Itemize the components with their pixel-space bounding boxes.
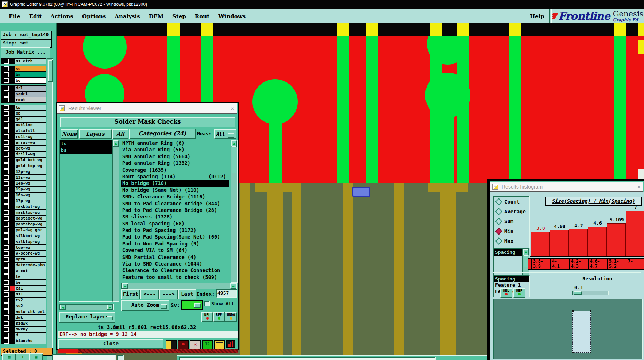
layer-checkbox[interactable] xyxy=(4,298,9,303)
bottom-checkbox[interactable] xyxy=(117,355,124,360)
layer-row[interactable]: pastebot-wg xyxy=(1,216,46,221)
layer-checkbox[interactable] xyxy=(4,152,9,157)
ref-button[interactable]: REF xyxy=(213,312,225,322)
category-row[interactable]: Pad to Pad Spacing (1172) xyxy=(121,227,229,233)
layer-row[interactable]: auto_chk_pnl xyxy=(1,309,46,315)
layer-row[interactable]: bot-wg xyxy=(1,146,46,151)
layer-checkbox[interactable] xyxy=(4,78,9,83)
layers-toggle-icon[interactable] xyxy=(166,340,177,349)
layer-checkbox[interactable] xyxy=(4,140,9,145)
bottom-command-field[interactable] xyxy=(179,357,436,360)
next-button[interactable]: ---> xyxy=(159,289,178,299)
show-all-option[interactable]: Show All xyxy=(204,301,234,306)
feature-item[interactable]: Spacing xyxy=(494,276,529,282)
measure-item[interactable]: Spacing xyxy=(494,249,523,256)
layer-row[interactable]: 15p-wg xyxy=(1,186,46,192)
layer-row[interactable]: masktop-wg xyxy=(1,210,46,216)
job-matrix-button[interactable]: Job Matrix ... xyxy=(1,47,50,58)
layer-checkbox[interactable] xyxy=(4,233,9,239)
results-viewer-titlebar[interactable]: ✕ Results viewer ✕ xyxy=(57,103,237,114)
layer-checkbox[interactable] xyxy=(4,309,9,314)
none-button[interactable]: None xyxy=(61,129,78,139)
scroll-left-icon[interactable]: ◄ xyxy=(122,283,128,289)
last-button[interactable]: Last xyxy=(178,289,196,299)
layer-row[interactable]: gd1 xyxy=(1,116,46,122)
layer-row[interactable]: szdrl xyxy=(1,91,46,97)
layer-checkbox[interactable] xyxy=(4,216,9,221)
layer-checkbox[interactable] xyxy=(4,187,9,192)
category-scrollbar[interactable]: ▲ xyxy=(231,140,238,283)
viewer-layer-scrollbar[interactable]: ▲ xyxy=(112,140,119,302)
category-row[interactable]: SM local spacing (68) xyxy=(121,220,229,227)
undo-button[interactable]: UNDO xyxy=(225,312,237,322)
layer-checkbox[interactable] xyxy=(4,66,9,71)
layer-checkbox[interactable] xyxy=(4,117,9,122)
viewer-layer-item[interactable]: ts xyxy=(60,140,113,147)
category-row[interactable]: Pad annular Ring (1332) xyxy=(121,160,229,166)
layer-list-scrollbar[interactable] xyxy=(47,58,53,360)
layer-row[interactable]: silkbot-wg xyxy=(1,233,46,239)
layer-checkbox[interactable] xyxy=(4,315,9,320)
layer-row[interactable]: bo xyxy=(1,78,46,84)
layer-row[interactable]: vliafill xyxy=(1,128,46,134)
layer-checkbox[interactable] xyxy=(4,286,9,291)
layer-checkbox[interactable] xyxy=(4,292,9,297)
menu-item[interactable]: Step xyxy=(172,12,186,21)
layer-row[interactable]: top-wg xyxy=(1,245,46,251)
viewer-layer-item[interactable]: bs xyxy=(60,147,113,154)
measure-12-icon[interactable]: 12 xyxy=(202,340,213,349)
category-row[interactable]: NPTH annular Ring (8) xyxy=(121,140,229,146)
replace-layers-dropdown[interactable]: Replace layers xyxy=(59,312,115,323)
layer-checkbox[interactable] xyxy=(4,303,9,309)
menu-item[interactable]: File xyxy=(9,12,20,21)
hist-ref-button[interactable]: REF xyxy=(513,288,525,298)
layer-row[interactable]: szdwk xyxy=(1,321,46,326)
layer-row[interactable]: outline xyxy=(1,122,46,128)
menu-item[interactable]: Actions xyxy=(50,12,73,21)
layer-row[interactable]: datecode-pbo xyxy=(1,262,46,268)
scroll-right-icon[interactable]: ► xyxy=(107,305,113,310)
layer-row[interactable]: tp xyxy=(1,105,46,111)
layer-checkbox[interactable] xyxy=(4,193,9,198)
layer-checkbox[interactable] xyxy=(4,158,9,163)
layer-checkbox[interactable] xyxy=(4,263,9,268)
scrollbar-thumb[interactable] xyxy=(48,60,53,82)
list-icon[interactable] xyxy=(214,340,225,349)
layer-row[interactable]: ss2 xyxy=(1,303,46,309)
layer-row[interactable]: gold_bot-wg xyxy=(1,157,46,163)
layer-row[interactable]: dwkby xyxy=(1,326,46,332)
category-row[interactable]: Feature too small to check (509) xyxy=(121,274,229,280)
meas-dropdown[interactable]: All xyxy=(214,129,236,139)
hist-del-button[interactable]: DEL xyxy=(500,288,512,298)
first-button[interactable]: First xyxy=(121,289,140,299)
stat-option[interactable]: Average xyxy=(494,206,529,216)
scroll-up-icon[interactable]: ▲ xyxy=(523,249,529,255)
layer-row[interactable]: gold_top-wg xyxy=(1,163,46,169)
layer-checkbox[interactable] xyxy=(4,128,9,133)
stat-option[interactable]: Count xyxy=(494,197,529,206)
layer-checkbox[interactable] xyxy=(4,204,9,209)
layer-checkbox[interactable] xyxy=(4,338,9,344)
resolution-slider[interactable] xyxy=(572,291,609,295)
layer-checkbox[interactable] xyxy=(4,210,9,215)
index-field[interactable]: 4957 xyxy=(216,289,237,298)
menu-item[interactable]: Options xyxy=(82,12,106,21)
toolbar-button-window-icon[interactable]: ▣ xyxy=(29,353,43,360)
category-hscrollbar[interactable]: ◄ ► xyxy=(121,283,237,289)
layer-checkbox[interactable] xyxy=(4,280,9,285)
layer-row[interactable]: ss1 xyxy=(1,291,46,297)
scrollbar-thumb[interactable] xyxy=(232,146,236,173)
layer-row[interactable]: te xyxy=(1,274,46,280)
layer-checkbox[interactable] xyxy=(4,251,9,256)
layer-row[interactable]: 12p-wg xyxy=(1,169,46,175)
layer-row[interactable]: drl xyxy=(1,85,46,91)
layer-row[interactable]: cs1 xyxy=(1,286,46,291)
layer-checkbox[interactable] xyxy=(4,163,9,169)
scroll-left-icon[interactable]: ◄ xyxy=(60,305,66,310)
layer-row[interactable]: v-cut xyxy=(1,268,46,274)
layer-row[interactable]: 16s-wg xyxy=(1,192,46,198)
viewer-layer-list[interactable]: tsbs xyxy=(59,140,114,302)
layer-row[interactable]: d xyxy=(1,332,46,338)
layer-row[interactable]: 14p-wg xyxy=(1,181,46,186)
show-all-checkbox[interactable] xyxy=(204,301,210,306)
